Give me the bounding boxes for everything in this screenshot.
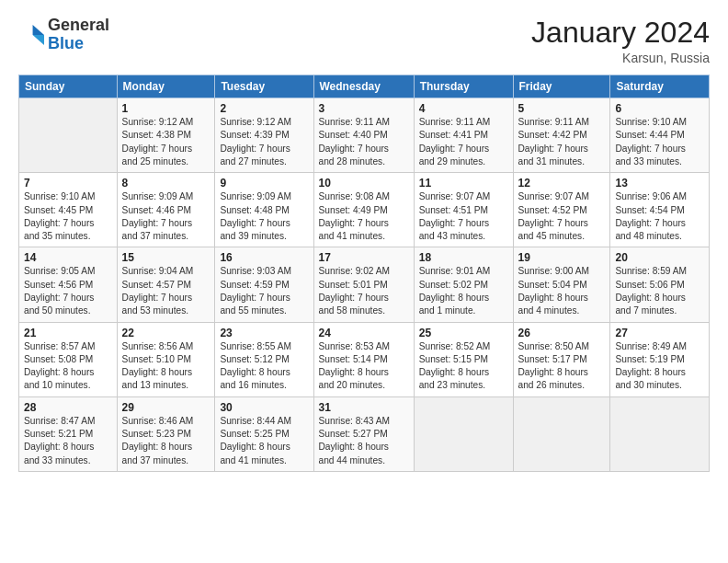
calendar-cell: 23Sunrise: 8:55 AMSunset: 5:12 PMDayligh… [215, 322, 313, 396]
calendar-cell: 4Sunrise: 9:11 AMSunset: 4:41 PMDaylight… [414, 98, 513, 173]
calendar-week-3: 14Sunrise: 9:05 AMSunset: 4:56 PMDayligh… [19, 247, 710, 322]
day-info: Sunrise: 9:02 AMSunset: 5:01 PMDaylight:… [319, 265, 409, 317]
calendar-cell: 24Sunrise: 8:53 AMSunset: 5:14 PMDayligh… [313, 322, 414, 396]
calendar-table: SundayMondayTuesdayWednesdayThursdayFrid… [18, 75, 710, 472]
month-title: January 2024 [531, 17, 710, 49]
day-header-monday: Monday [117, 75, 215, 98]
calendar-cell: 20Sunrise: 8:59 AMSunset: 5:06 PMDayligh… [610, 247, 710, 322]
day-info: Sunrise: 9:01 AMSunset: 5:02 PMDaylight:… [419, 265, 508, 317]
svg-marker-1 [33, 35, 44, 45]
calendar-week-4: 21Sunrise: 8:57 AMSunset: 5:08 PMDayligh… [19, 322, 710, 396]
day-info: Sunrise: 8:52 AMSunset: 5:15 PMDaylight:… [419, 340, 508, 393]
day-number: 17 [319, 251, 409, 264]
day-info: Sunrise: 8:53 AMSunset: 5:14 PMDaylight:… [319, 340, 409, 393]
day-info: Sunrise: 9:12 AMSunset: 4:39 PMDaylight:… [220, 116, 308, 168]
calendar-cell: 31Sunrise: 8:43 AMSunset: 5:27 PMDayligh… [313, 396, 414, 471]
calendar-cell: 5Sunrise: 9:11 AMSunset: 4:42 PMDaylight… [513, 98, 610, 173]
calendar-cell: 12Sunrise: 9:07 AMSunset: 4:52 PMDayligh… [513, 173, 610, 247]
calendar-cell: 14Sunrise: 9:05 AMSunset: 4:56 PMDayligh… [19, 247, 118, 322]
day-number: 19 [518, 251, 606, 264]
day-info: Sunrise: 8:47 AMSunset: 5:21 PMDaylight:… [24, 415, 112, 467]
day-info: Sunrise: 9:03 AMSunset: 4:59 PMDaylight:… [220, 265, 308, 317]
day-number: 7 [24, 177, 112, 190]
calendar-cell: 26Sunrise: 8:50 AMSunset: 5:17 PMDayligh… [513, 322, 610, 396]
logo: General Blue [18, 17, 109, 53]
logo-blue-text: Blue [48, 34, 84, 52]
page: General Blue January 2024 Karsun, Russia… [0, 0, 728, 563]
header: General Blue January 2024 Karsun, Russia [18, 17, 710, 65]
day-number: 22 [122, 327, 210, 339]
day-number: 28 [24, 401, 112, 414]
calendar-cell: 8Sunrise: 9:09 AMSunset: 4:46 PMDaylight… [117, 173, 215, 247]
day-info: Sunrise: 8:50 AMSunset: 5:17 PMDaylight:… [518, 340, 606, 393]
day-number: 23 [220, 327, 308, 339]
day-header-friday: Friday [513, 75, 610, 98]
day-number: 24 [319, 327, 409, 339]
day-number: 20 [615, 251, 704, 264]
calendar-cell: 13Sunrise: 9:06 AMSunset: 4:54 PMDayligh… [610, 173, 710, 247]
calendar-cell: 30Sunrise: 8:44 AMSunset: 5:25 PMDayligh… [215, 396, 313, 471]
calendar-cell: 9Sunrise: 9:09 AMSunset: 4:48 PMDaylight… [215, 173, 313, 247]
day-info: Sunrise: 9:07 AMSunset: 4:52 PMDaylight:… [518, 190, 606, 243]
location: Karsun, Russia [531, 51, 710, 65]
calendar-cell: 27Sunrise: 8:49 AMSunset: 5:19 PMDayligh… [610, 322, 710, 396]
calendar-cell: 21Sunrise: 8:57 AMSunset: 5:08 PMDayligh… [19, 322, 118, 396]
calendar-week-1: 1Sunrise: 9:12 AMSunset: 4:38 PMDaylight… [19, 98, 710, 173]
day-info: Sunrise: 9:12 AMSunset: 4:38 PMDaylight:… [122, 116, 210, 168]
calendar-cell [610, 396, 710, 471]
calendar-week-5: 28Sunrise: 8:47 AMSunset: 5:21 PMDayligh… [19, 396, 710, 471]
day-info: Sunrise: 9:11 AMSunset: 4:41 PMDaylight:… [419, 116, 508, 168]
calendar-cell: 28Sunrise: 8:47 AMSunset: 5:21 PMDayligh… [19, 396, 118, 471]
day-info: Sunrise: 9:10 AMSunset: 4:44 PMDaylight:… [615, 116, 704, 168]
day-number: 3 [319, 102, 409, 115]
calendar-cell: 16Sunrise: 9:03 AMSunset: 4:59 PMDayligh… [215, 247, 313, 322]
day-number: 6 [615, 102, 704, 115]
day-number: 10 [319, 177, 409, 190]
logo-icon [18, 22, 44, 48]
day-info: Sunrise: 9:09 AMSunset: 4:48 PMDaylight:… [220, 190, 308, 243]
day-info: Sunrise: 9:07 AMSunset: 4:51 PMDaylight:… [419, 190, 508, 243]
day-number: 16 [220, 251, 308, 264]
day-info: Sunrise: 9:00 AMSunset: 5:04 PMDaylight:… [518, 265, 606, 317]
day-info: Sunrise: 8:43 AMSunset: 5:27 PMDaylight:… [319, 415, 409, 467]
logo-text: General Blue [48, 17, 109, 53]
calendar-cell: 18Sunrise: 9:01 AMSunset: 5:02 PMDayligh… [414, 247, 513, 322]
day-number: 2 [220, 102, 308, 115]
day-number: 12 [518, 177, 606, 190]
day-number: 30 [220, 401, 308, 414]
day-header-saturday: Saturday [610, 75, 710, 98]
day-info: Sunrise: 9:04 AMSunset: 4:57 PMDaylight:… [122, 265, 210, 317]
day-number: 15 [122, 251, 210, 264]
calendar-cell: 22Sunrise: 8:56 AMSunset: 5:10 PMDayligh… [117, 322, 215, 396]
calendar-cell: 15Sunrise: 9:04 AMSunset: 4:57 PMDayligh… [117, 247, 215, 322]
calendar-header-row: SundayMondayTuesdayWednesdayThursdayFrid… [19, 75, 710, 98]
day-info: Sunrise: 8:49 AMSunset: 5:19 PMDaylight:… [615, 340, 704, 393]
day-info: Sunrise: 9:11 AMSunset: 4:40 PMDaylight:… [319, 116, 409, 168]
day-number: 1 [122, 102, 210, 115]
day-number: 11 [419, 177, 508, 190]
day-info: Sunrise: 8:46 AMSunset: 5:23 PMDaylight:… [122, 415, 210, 467]
day-number: 31 [319, 401, 409, 414]
day-number: 13 [615, 177, 704, 190]
logo-general-text: General [48, 16, 109, 34]
calendar-cell [513, 396, 610, 471]
day-number: 25 [419, 327, 508, 339]
day-info: Sunrise: 9:11 AMSunset: 4:42 PMDaylight:… [518, 116, 606, 168]
calendar-cell: 3Sunrise: 9:11 AMSunset: 4:40 PMDaylight… [313, 98, 414, 173]
day-number: 5 [518, 102, 606, 115]
calendar-week-2: 7Sunrise: 9:10 AMSunset: 4:45 PMDaylight… [19, 173, 710, 247]
title-block: January 2024 Karsun, Russia [531, 17, 710, 65]
day-number: 29 [122, 401, 210, 414]
calendar-cell [414, 396, 513, 471]
day-header-sunday: Sunday [19, 75, 118, 98]
svg-marker-0 [33, 25, 44, 35]
day-number: 26 [518, 327, 606, 339]
day-info: Sunrise: 9:08 AMSunset: 4:49 PMDaylight:… [319, 190, 409, 243]
day-number: 18 [419, 251, 508, 264]
calendar-cell: 1Sunrise: 9:12 AMSunset: 4:38 PMDaylight… [117, 98, 215, 173]
day-info: Sunrise: 8:56 AMSunset: 5:10 PMDaylight:… [122, 340, 210, 393]
calendar-cell: 11Sunrise: 9:07 AMSunset: 4:51 PMDayligh… [414, 173, 513, 247]
calendar-cell: 29Sunrise: 8:46 AMSunset: 5:23 PMDayligh… [117, 396, 215, 471]
calendar-cell: 17Sunrise: 9:02 AMSunset: 5:01 PMDayligh… [313, 247, 414, 322]
day-info: Sunrise: 8:59 AMSunset: 5:06 PMDaylight:… [615, 265, 704, 317]
